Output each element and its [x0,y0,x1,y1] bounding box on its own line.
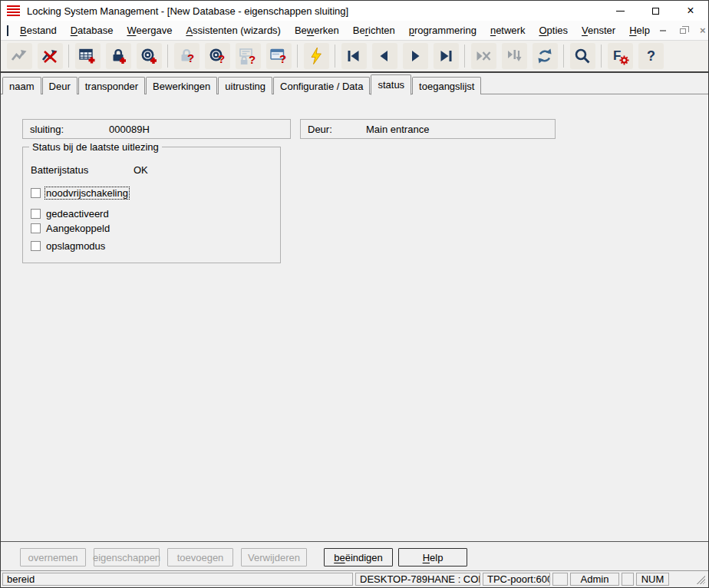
menu-item-netwerk[interactable]: netwerk [483,21,533,39]
help-icon: ? [641,47,660,65]
eigenschappen-button[interactable]: eigenschappen [94,548,160,567]
search-button[interactable] [570,43,595,69]
aangekoppeld-checkbox[interactable] [31,223,41,233]
help-button[interactable]: ? [638,43,664,69]
tab-bewerkingen[interactable]: Bewerkingen [146,77,217,94]
window-title: Locking System Management - [New Databas… [27,5,348,17]
nav-first-button[interactable] [341,43,367,69]
menu-item-berichten[interactable]: Berichten [346,21,402,39]
menu-item-opties[interactable]: Opties [532,21,575,39]
tab-configuratie-data[interactable]: Configuratie / Data [273,77,370,94]
tab-naam[interactable]: naam [2,77,41,94]
menu-item-assistenten-wizards[interactable]: Assistenten (wizards) [179,21,288,39]
transponder-query-icon: ? [208,47,226,65]
toolbar-separator [464,45,465,68]
nav-next-button[interactable] [403,43,428,69]
opslagmodus-checkbox-label[interactable]: opslagmodus [45,240,106,252]
tab-toegangslijst[interactable]: toegangslijst [412,77,481,94]
noodvrijschakeling-checkbox[interactable] [31,188,41,198]
tab-page-status: sluiting: 000089H Deur: Main entrance St… [1,94,708,541]
toolbar-separator [68,45,69,68]
resize-grip[interactable] [671,573,707,586]
svg-text:?: ? [279,52,286,65]
gedeactiveerd-checkbox[interactable] [31,209,41,219]
nav-prev-button[interactable] [372,43,397,69]
mdi-close-button[interactable]: × [697,25,709,36]
aangekoppeld-checkbox-label[interactable]: Aangekoppeld [45,223,110,234]
document-icon[interactable] [7,25,8,36]
menu-item-programmering[interactable]: programmering [402,21,483,39]
lock-reader-query-button[interactable]: ? [236,43,261,69]
help-button[interactable]: Help [398,548,467,567]
tab-bar: naamDeurtransponderBewerkingenuitrusting… [1,73,708,94]
toevoegen-button[interactable]: toevoegen [167,548,233,567]
undo-arrow-button[interactable] [7,43,32,69]
refresh-icon [536,47,554,65]
overnemen-button[interactable]: overnemen [20,548,86,567]
menu-bar: BestandDatabaseWeergaveAssistenten (wiza… [1,21,708,41]
nav-last-button[interactable] [434,43,459,69]
tab-transponder[interactable]: transponder [78,77,145,94]
status-panel-empty [552,573,568,586]
undo-cross-icon [41,47,59,65]
maximize-button[interactable] [638,1,673,21]
status-panel-empty [622,573,634,586]
checkbox-row-aangekoppeld: Aangekoppeld [31,223,110,234]
gedeactiveerd-checkbox-label[interactable]: gedeactiveerd [45,208,110,220]
svg-text:?: ? [218,52,225,65]
mdi-minimize-icon [660,30,666,31]
minimize-button[interactable] [602,1,638,21]
minimize-icon [616,11,625,12]
nav-first-icon [345,47,363,65]
filter-gear-button[interactable]: F [608,43,633,69]
noodvrijschakeling-checkbox-label[interactable]: noodvrijschakeling [45,187,129,199]
verwijderen-button[interactable]: Verwijderen [241,548,307,567]
status-panel-num: NUM [636,573,669,586]
skip-down-button[interactable] [502,43,527,69]
close-button[interactable]: × [673,1,708,21]
lock-query-button[interactable]: ? [174,43,200,69]
beëindigen-button[interactable]: beëindigen [324,548,393,567]
table-add-button[interactable] [75,43,101,69]
close-icon: × [687,5,694,17]
deur-fieldbox: Deur: Main entrance [300,119,556,139]
menu-item-bestand[interactable]: Bestand [13,21,64,39]
menu-item-venster[interactable]: Venster [575,21,622,39]
skip-cross-button[interactable] [471,43,496,69]
status-message: bereid [2,573,353,586]
mdi-close-icon: × [700,26,706,35]
lock-add-button[interactable] [106,43,131,69]
status-panel-tpc-poort-6001: TPC-poort:6001 [483,573,550,586]
mdi-minimize-button[interactable] [657,25,669,36]
undo-cross-button[interactable] [38,43,63,69]
menu-item-bewerken[interactable]: Bewerken [288,21,346,39]
transponder-add-button[interactable] [137,43,162,69]
deur-label: Deur: [308,124,332,135]
menu-item-weergave[interactable]: Weergave [120,21,179,39]
opslagmodus-checkbox[interactable] [31,241,41,251]
window-query-button[interactable]: ? [266,43,292,69]
transponder-add-icon [140,47,158,65]
toolbar-separator [335,45,335,68]
tab-uitrusting[interactable]: uitrusting [218,77,272,94]
app-window: Locking System Management - [New Databas… [0,0,709,588]
tab-status[interactable]: status [371,74,411,95]
checkbox-row-opslagmodus: opslagmodus [31,240,106,252]
lock-add-icon [109,47,127,65]
maximize-icon [652,8,659,15]
mdi-restore-button[interactable] [677,25,689,36]
search-icon [573,47,592,65]
lightning-button[interactable] [304,43,329,69]
sluiting-label: sluiting: [30,124,64,135]
table-add-icon [78,47,97,65]
sluiting-fieldbox: sluiting: 000089H [22,119,291,139]
menu-item-help[interactable]: Help [622,21,657,39]
transponder-query-button[interactable]: ? [205,43,230,69]
undo-arrow-icon [10,47,28,65]
tab-deur[interactable]: Deur [42,77,77,94]
menu-item-database[interactable]: Database [64,21,120,39]
lightning-icon [307,47,325,65]
lock-reader-query-icon: ? [239,47,257,65]
refresh-button[interactable] [533,43,558,69]
window-query-icon: ? [269,47,288,65]
